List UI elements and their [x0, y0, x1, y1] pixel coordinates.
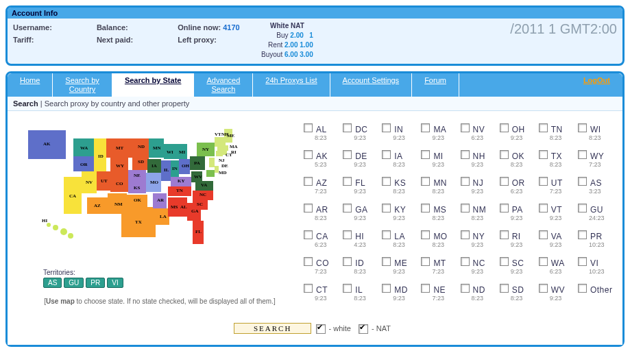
checkbox-icon[interactable] [500, 230, 509, 239]
state-ar[interactable]: AR8:23 [304, 204, 340, 225]
checkbox-icon[interactable] [304, 204, 313, 213]
tab-account-settings[interactable]: Account Settings [330, 73, 413, 97]
checkbox-icon[interactable] [421, 204, 430, 213]
tab-home[interactable]: Home [8, 73, 53, 97]
state-sc[interactable]: SC9:23 [500, 257, 536, 278]
checkbox-icon[interactable] [304, 177, 313, 186]
map-state-in[interactable]: IN [172, 166, 178, 171]
tab-search-by-country[interactable]: Search by Country [53, 73, 112, 97]
checkbox-icon[interactable] [539, 177, 548, 186]
checkbox-icon[interactable] [539, 257, 548, 266]
checkbox-icon[interactable] [304, 150, 313, 159]
state-mt[interactable]: MT7:23 [421, 257, 457, 278]
checkbox-icon[interactable] [578, 257, 587, 266]
checkbox-icon[interactable] [539, 230, 548, 239]
checkbox-icon[interactable] [343, 230, 352, 239]
checkbox-icon[interactable] [539, 284, 548, 293]
map-state-mo[interactable]: MO [150, 180, 159, 185]
checkbox-icon[interactable] [461, 257, 470, 266]
state-ct[interactable]: CT9:23 [304, 284, 340, 305]
checkbox-icon[interactable] [539, 204, 548, 213]
state-mi[interactable]: MI9:23 [421, 150, 457, 171]
state-vt[interactable]: VT9:23 [539, 204, 575, 225]
territory-gu[interactable]: GU [64, 278, 84, 288]
state-ri[interactable]: RI9:23 [500, 230, 536, 252]
map-state-ak[interactable]: AK [43, 141, 51, 147]
checkbox-icon[interactable] [382, 123, 391, 132]
state-in[interactable]: IN9:23 [382, 123, 418, 145]
nat-checkbox[interactable] [359, 324, 368, 334]
map-state-ga[interactable]: GA [191, 208, 199, 214]
checkbox-icon[interactable] [578, 123, 587, 132]
checkbox-icon[interactable] [500, 177, 509, 186]
checkbox-icon[interactable] [461, 284, 470, 293]
state-ky[interactable]: KY9:23 [382, 204, 418, 225]
checkbox-icon[interactable] [461, 123, 470, 132]
checkbox-icon[interactable] [421, 230, 430, 239]
state-me[interactable]: ME9:23 [382, 257, 418, 278]
state-nj[interactable]: NJ9:23 [461, 177, 497, 198]
map-state-ut[interactable]: UT [101, 178, 108, 184]
checkbox-icon[interactable] [421, 123, 430, 132]
map-state-oh[interactable]: OH [182, 163, 189, 169]
map-state-pa[interactable]: PA [194, 160, 200, 166]
map-state-nc[interactable]: NC [199, 192, 206, 197]
checkbox-icon[interactable] [343, 257, 352, 266]
state-hi[interactable]: HI4:23 [343, 230, 379, 252]
tab-forum[interactable]: Forum [412, 73, 459, 97]
state-ok[interactable]: OK8:23 [500, 150, 536, 171]
checkbox-icon[interactable] [304, 123, 313, 132]
map-state-la[interactable]: LA [160, 214, 167, 219]
checkbox-icon[interactable] [500, 123, 509, 132]
state-ks[interactable]: KS8:23 [382, 177, 418, 198]
state-wy[interactable]: WY7:23 [578, 150, 614, 171]
map-state-tx[interactable]: TX [135, 219, 142, 225]
map-state-ok[interactable]: OK [134, 197, 141, 203]
map-state-ks[interactable]: KS [134, 185, 140, 191]
map-state-tn[interactable]: TN [176, 188, 183, 193]
map-state-wv[interactable]: WV [194, 174, 202, 180]
territory-as[interactable]: AS [43, 278, 62, 288]
state-nm[interactable]: NM8:23 [461, 204, 497, 225]
map-state-md[interactable]: MD [219, 170, 227, 175]
map-state-id[interactable]: ID [98, 154, 104, 159]
map-state-ri[interactable]: RI [231, 149, 237, 155]
state-id[interactable]: ID8:23 [343, 257, 379, 278]
map-state-ny[interactable]: NY [202, 147, 209, 152]
map-state-mn[interactable]: MN [153, 145, 161, 151]
state-ak[interactable]: AK5:23 [304, 150, 340, 171]
checkbox-icon[interactable] [578, 204, 587, 213]
map-state-co[interactable]: CO [116, 181, 123, 186]
state-oh[interactable]: OH9:23 [500, 123, 536, 145]
state-nv[interactable]: NV6:23 [461, 123, 497, 145]
checkbox-icon[interactable] [343, 123, 352, 132]
map-state-sd[interactable]: SD [138, 159, 144, 165]
map-state-ca[interactable]: CA [69, 193, 76, 199]
state-sd[interactable]: SD8:23 [500, 284, 536, 305]
checkbox-icon[interactable] [382, 204, 391, 213]
map-state-nv[interactable]: NV [86, 180, 93, 185]
checkbox-icon[interactable] [578, 230, 587, 239]
tab-24h-proxys[interactable]: 24h Proxys List [253, 73, 330, 97]
checkbox-icon[interactable] [461, 204, 470, 213]
checkbox-icon[interactable] [421, 284, 430, 293]
map-state-or[interactable]: OR [80, 162, 88, 167]
state-ga[interactable]: GA9:23 [343, 204, 379, 225]
state-tn[interactable]: TN8:23 [539, 123, 575, 145]
checkbox-icon[interactable] [578, 177, 587, 186]
map-state-ia[interactable]: IA [152, 163, 157, 169]
checkbox-icon[interactable] [461, 150, 470, 159]
map-state-vt[interactable]: VT [215, 132, 221, 137]
checkbox-icon[interactable] [578, 150, 587, 159]
map-state-nj[interactable]: NJ [219, 158, 225, 163]
map-state-al[interactable]: AL [180, 204, 187, 210]
map-state-mt[interactable]: MT [116, 145, 124, 151]
state-as[interactable]: AS3:23 [578, 177, 614, 198]
state-de[interactable]: DE9:23 [343, 150, 379, 171]
checkbox-icon[interactable] [539, 123, 548, 132]
map-state-de[interactable]: DE [221, 163, 228, 169]
map-state-ne[interactable]: NE [134, 173, 141, 178]
state-nh[interactable]: NH9:23 [461, 150, 497, 171]
checkbox-icon[interactable] [343, 204, 352, 213]
checkbox-icon[interactable] [382, 257, 391, 266]
